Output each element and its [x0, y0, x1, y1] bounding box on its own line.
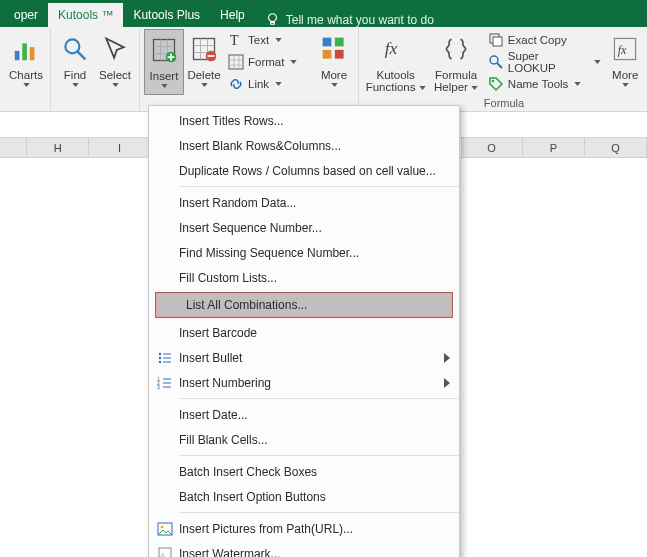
tab-kutools[interactable]: Kutools ™ [48, 3, 123, 27]
find-button[interactable]: Find [55, 29, 95, 95]
col-h[interactable]: H [27, 138, 89, 157]
lookup-icon [488, 54, 504, 70]
menu-duplicate-rows[interactable]: Duplicate Rows / Columns based on cell v… [149, 158, 459, 183]
menu-find-missing-sequence[interactable]: Find Missing Sequence Number... [149, 240, 459, 265]
super-lookup-button[interactable]: Super LOOKUP [484, 51, 606, 73]
numbered-list-icon: 123 [153, 373, 177, 393]
menu-insert-sequence-number[interactable]: Insert Sequence Number... [149, 215, 459, 240]
svg-rect-10 [229, 55, 243, 69]
svg-text:fx: fx [618, 43, 627, 57]
more-2-button[interactable]: fx More [605, 29, 645, 95]
formula-helper-button[interactable]: FormulaHelper [428, 29, 483, 95]
menu-fill-blank-cells[interactable]: Fill Blank Cells... [149, 427, 459, 452]
svg-point-19 [492, 80, 494, 82]
svg-text:T: T [230, 33, 239, 48]
svg-rect-1 [15, 51, 20, 60]
menu-list-all-combinations[interactable]: List All Combinations... [155, 292, 453, 318]
ribbon: Charts Find [0, 27, 647, 112]
chevron-right-icon [443, 353, 451, 363]
svg-rect-13 [323, 50, 332, 59]
menu-insert-titles-rows[interactable]: Insert Titles Rows... [149, 108, 459, 133]
menu-insert-numbering[interactable]: 123 Insert Numbering [149, 370, 459, 395]
svg-point-18 [490, 56, 498, 64]
menu-batch-checkboxes[interactable]: Batch Insert Check Boxes [149, 459, 459, 484]
tell-me-search[interactable]: Tell me what you want to do [255, 12, 444, 27]
tab-kutools-plus[interactable]: Kutools Plus [123, 3, 210, 27]
menu-insert-blank-rows[interactable]: Insert Blank Rows&Columns... [149, 133, 459, 158]
fx-icon: fx [382, 35, 410, 63]
select-icon [101, 35, 129, 63]
svg-text:3: 3 [157, 384, 160, 390]
text-icon: T [228, 32, 244, 48]
svg-point-23 [159, 356, 161, 358]
menu-batch-option-buttons[interactable]: Batch Insert Option Buttons [149, 484, 459, 509]
col-p[interactable]: P [523, 138, 585, 157]
col-o[interactable]: O [461, 138, 523, 157]
text-button[interactable]: T Text [224, 29, 314, 51]
svg-rect-2 [22, 43, 27, 60]
svg-point-0 [268, 14, 276, 22]
insert-grid-icon [150, 36, 178, 64]
insert-dropdown-menu: Insert Titles Rows... Insert Blank Rows&… [148, 105, 460, 557]
menu-insert-watermark[interactable]: A Insert Watermark... [149, 541, 459, 557]
menu-insert-barcode[interactable]: Insert Barcode [149, 320, 459, 345]
more-grid-icon [320, 35, 348, 63]
col-q[interactable]: Q [585, 138, 647, 157]
tag-icon [488, 76, 504, 92]
svg-point-24 [159, 360, 161, 362]
exact-copy-button[interactable]: Exact Copy [484, 29, 606, 51]
chart-icon [11, 34, 41, 64]
menu-insert-date[interactable]: Insert Date... [149, 402, 459, 427]
svg-rect-14 [335, 50, 344, 59]
delete-grid-icon [190, 35, 218, 63]
svg-rect-12 [335, 38, 344, 47]
more-1-button[interactable]: More [314, 29, 354, 95]
insert-button[interactable]: Insert [144, 29, 184, 95]
menu-insert-pictures-url[interactable]: Insert Pictures from Path(URL)... [149, 516, 459, 541]
name-tools-button[interactable]: Name Tools [484, 73, 606, 95]
svg-text:A: A [160, 551, 166, 558]
charts-button[interactable]: Charts [6, 29, 46, 95]
braces-icon [442, 35, 470, 63]
menu-insert-bullet[interactable]: Insert Bullet [149, 345, 459, 370]
svg-rect-17 [493, 37, 502, 46]
svg-rect-3 [30, 47, 35, 60]
copy-icon [488, 32, 504, 48]
tell-me-placeholder: Tell me what you want to do [286, 13, 434, 27]
svg-rect-11 [323, 38, 332, 47]
menu-insert-random-data[interactable]: Insert Random Data... [149, 190, 459, 215]
find-icon [61, 35, 89, 63]
watermark-icon: A [153, 544, 177, 558]
image-icon [153, 519, 177, 539]
kutools-functions-button[interactable]: fx KutoolsFunctions [363, 29, 428, 95]
svg-point-29 [161, 525, 164, 528]
menu-fill-custom-lists[interactable]: Fill Custom Lists... [149, 265, 459, 290]
fx-boxed-icon: fx [612, 36, 638, 62]
format-button[interactable]: Format [224, 51, 314, 73]
svg-point-22 [159, 352, 161, 354]
format-icon [228, 54, 244, 70]
col-i[interactable]: I [89, 138, 151, 157]
lightbulb-icon [265, 12, 280, 27]
bullet-list-icon [153, 348, 177, 368]
svg-text:fx: fx [384, 38, 397, 58]
chevron-right-icon [443, 378, 451, 388]
select-button[interactable]: Select [95, 29, 135, 95]
link-button[interactable]: Link [224, 73, 314, 95]
tab-help[interactable]: Help [210, 3, 255, 27]
link-icon [228, 76, 244, 92]
delete-button[interactable]: Delete [184, 29, 224, 95]
tab-developer-partial[interactable]: oper [4, 3, 48, 27]
